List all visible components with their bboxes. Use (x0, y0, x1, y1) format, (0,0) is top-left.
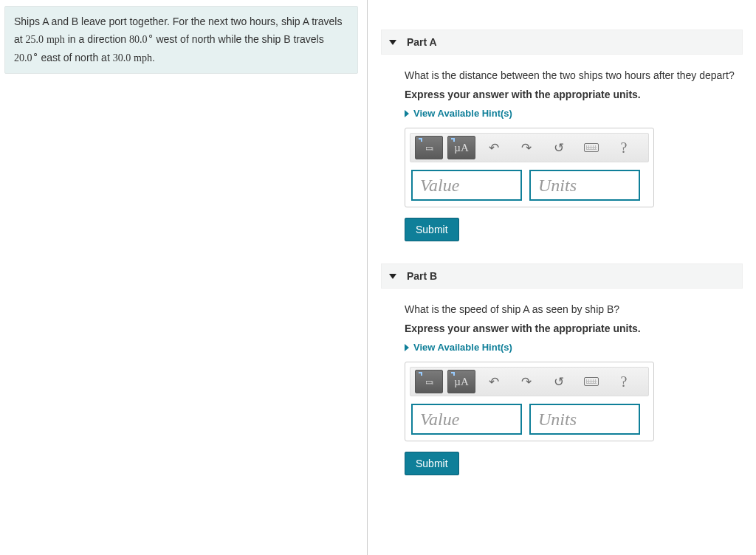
problem-text: east of north at (41, 52, 112, 63)
undo-icon: ↶ (489, 140, 499, 156)
submit-button-b[interactable]: Submit (405, 452, 459, 475)
units-input-a[interactable] (529, 170, 640, 201)
angle-a: 80.0 (129, 34, 148, 45)
value-speed-b: 30.0 (113, 52, 131, 63)
part-b-question: What is the speed of ship A as seen by s… (405, 303, 743, 315)
problem-statement: Ships A and B leave port together. For t… (4, 6, 358, 74)
unit-mph-1: mph (47, 34, 65, 45)
undo-icon: ↶ (489, 374, 499, 390)
answer-box-b: ▭ᵢ µA ↶ ↷ ↺ ? (405, 362, 654, 441)
part-b-title: Part B (407, 270, 437, 282)
chevron-down-icon (389, 274, 396, 279)
value-input-b[interactable] (411, 404, 522, 435)
help-icon: ? (621, 139, 628, 156)
help-button[interactable]: ? (610, 136, 638, 159)
hints-label: View Available Hint(s) (413, 108, 512, 119)
problem-panel: Ships A and B leave port together. For t… (0, 0, 368, 555)
answer-panel-area: Part A What is the distance between the … (368, 0, 756, 555)
chevron-down-icon (389, 40, 396, 45)
part-b-header[interactable]: Part B (381, 263, 743, 289)
reset-icon: ↺ (554, 374, 564, 390)
unit-mph-2: mph (134, 52, 152, 63)
undo-button[interactable]: ↶ (480, 136, 508, 159)
toolbar-b: ▭ᵢ µA ↶ ↷ ↺ ? (410, 367, 649, 396)
template-button[interactable]: ▭ᵢ (415, 136, 443, 159)
symbols-button[interactable]: µA (447, 370, 475, 393)
keyboard-button[interactable] (577, 136, 605, 159)
units-input-b[interactable] (529, 404, 640, 435)
problem-text: west of north while the ship B travels (156, 33, 323, 45)
redo-button[interactable]: ↷ (512, 370, 540, 393)
submit-button-a[interactable]: Submit (405, 218, 459, 241)
part-a-question: What is the distance between the two shi… (405, 69, 743, 81)
redo-button[interactable]: ↷ (512, 136, 540, 159)
problem-text: in a direction (68, 33, 129, 45)
chevron-right-icon (405, 344, 409, 351)
template-button[interactable]: ▭ᵢ (415, 370, 443, 393)
chevron-right-icon (405, 110, 409, 117)
keyboard-icon (584, 143, 599, 152)
keyboard-icon (584, 377, 599, 386)
reset-icon: ↺ (554, 140, 564, 156)
degree-symbol: ∘ (32, 48, 38, 59)
help-icon: ? (621, 373, 628, 390)
degree-symbol: ∘ (148, 30, 154, 41)
angle-b: 20.0 (14, 52, 32, 63)
view-hints-a[interactable]: View Available Hint(s) (405, 108, 743, 119)
part-a-header[interactable]: Part A (381, 30, 743, 55)
part-a-instruction: Express your answer with the appropriate… (405, 89, 743, 100)
reset-button[interactable]: ↺ (545, 136, 573, 159)
keyboard-button[interactable] (577, 370, 605, 393)
problem-text: . (152, 52, 155, 63)
undo-button[interactable]: ↶ (480, 370, 508, 393)
view-hints-b[interactable]: View Available Hint(s) (405, 342, 743, 353)
part-b-instruction: Express your answer with the appropriate… (405, 323, 743, 334)
symbols-button[interactable]: µA (447, 136, 475, 159)
reset-button[interactable]: ↺ (545, 370, 573, 393)
redo-icon: ↷ (521, 140, 532, 156)
redo-icon: ↷ (521, 374, 532, 390)
hints-label: View Available Hint(s) (413, 342, 512, 353)
part-a-title: Part A (407, 36, 437, 48)
value-speed-a: 25.0 (26, 34, 44, 45)
answer-box-a: ▭ᵢ µA ↶ ↷ ↺ ? (405, 128, 654, 207)
help-button[interactable]: ? (610, 370, 638, 393)
toolbar-a: ▭ᵢ µA ↶ ↷ ↺ ? (410, 133, 649, 162)
value-input-a[interactable] (411, 170, 522, 201)
